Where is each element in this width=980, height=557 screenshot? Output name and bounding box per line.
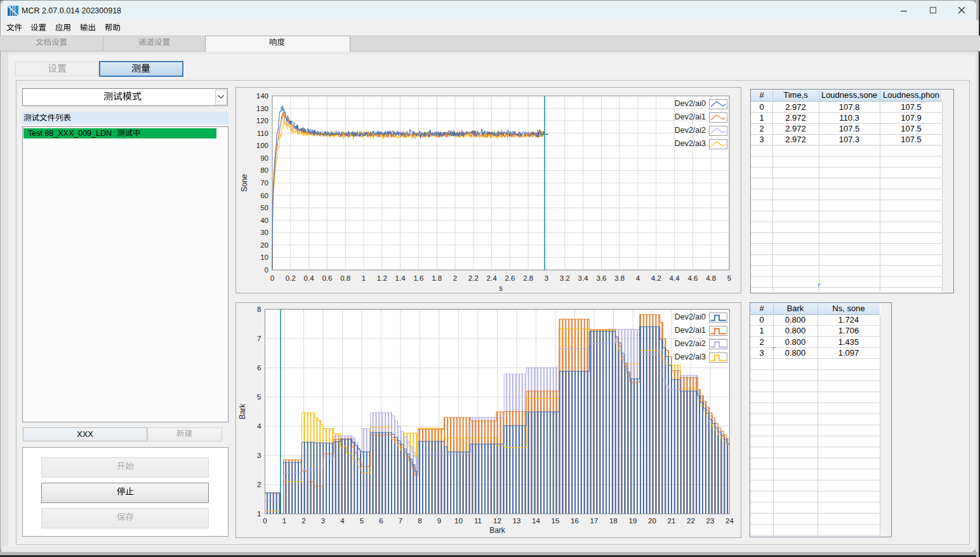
svg-text:4.2: 4.2 [651,274,661,282]
svg-text:107.3: 107.3 [839,135,860,144]
svg-text:120: 120 [256,117,268,124]
svg-text:60: 60 [260,192,268,199]
svg-text:107.5: 107.5 [839,124,860,133]
svg-text:22: 22 [687,517,695,525]
svg-text:3: 3 [759,135,764,144]
svg-text:20: 20 [260,241,268,249]
svg-text:2: 2 [453,274,457,282]
svg-text:4.4: 4.4 [670,274,680,282]
svg-text:4.6: 4.6 [687,274,698,282]
svg-text:1: 1 [282,517,286,525]
svg-text:0: 0 [265,266,268,274]
svg-text:3.8: 3.8 [614,274,625,282]
svg-text:Bark: Bark [238,403,247,420]
svg-text:Dev2/ai2: Dev2/ai2 [675,339,706,348]
svg-text:0.800: 0.800 [785,326,806,335]
svg-text:70: 70 [260,179,268,187]
svg-text:130: 130 [256,105,268,112]
svg-text:20: 20 [648,517,656,525]
svg-text:Bark: Bark [787,304,804,313]
svg-text:110.3: 110.3 [839,113,859,123]
svg-text:10: 10 [260,253,268,261]
svg-text:50: 50 [260,204,268,211]
svg-text:107.8: 107.8 [839,102,860,112]
svg-text:4: 4 [636,274,640,282]
svg-text:0.2: 0.2 [286,274,296,282]
svg-text:2.972: 2.972 [785,113,806,123]
svg-text:2.8: 2.8 [523,274,533,282]
svg-text:6: 6 [257,364,261,372]
svg-text:10: 10 [454,517,463,525]
svg-text:1: 1 [257,510,261,518]
svg-text:1.4: 1.4 [395,274,406,282]
svg-text:Dev2/ai2: Dev2/ai2 [675,126,706,135]
svg-text:Dev2/ai0: Dev2/ai0 [675,99,706,108]
svg-text:1.8: 1.8 [432,274,442,282]
svg-text:5: 5 [257,393,261,401]
svg-text:2.972: 2.972 [785,102,806,112]
svg-text:7: 7 [399,517,402,525]
svg-text:2: 2 [301,517,305,525]
svg-text:1.435: 1.435 [838,337,859,347]
svg-text:18: 18 [609,517,618,525]
svg-text:4: 4 [257,422,262,430]
svg-text:Dev2/ai1: Dev2/ai1 [675,326,706,335]
svg-text:Dev2/ai3: Dev2/ai3 [675,352,706,361]
svg-text:1.097: 1.097 [838,348,859,358]
svg-text:6: 6 [379,517,383,525]
svg-text:2.4: 2.4 [487,274,498,282]
svg-text:0: 0 [759,315,764,325]
svg-text:4.8: 4.8 [706,274,716,282]
svg-text:19: 19 [629,517,637,525]
svg-text:8: 8 [418,517,421,525]
svg-text:107.9: 107.9 [901,113,922,123]
svg-text:2.972: 2.972 [785,135,806,144]
svg-text:7: 7 [257,335,261,342]
svg-text:1.6: 1.6 [413,274,423,282]
svg-text:11: 11 [474,517,482,525]
svg-text:4: 4 [340,517,345,525]
svg-text:9: 9 [437,517,441,525]
svg-text:5: 5 [360,517,364,525]
svg-text:3: 3 [759,348,764,358]
svg-text:0.4: 0.4 [304,274,315,282]
svg-text:80: 80 [260,166,268,174]
svg-text:16: 16 [571,517,579,525]
svg-text:3.2: 3.2 [560,274,570,282]
svg-text:14: 14 [532,517,540,525]
svg-text:1.2: 1.2 [377,274,387,282]
svg-text:107.5: 107.5 [901,102,922,112]
svg-text:21: 21 [668,517,676,525]
svg-text:3: 3 [545,274,548,282]
svg-text:2.2: 2.2 [468,274,479,282]
svg-text:1.706: 1.706 [838,326,859,335]
svg-text:23: 23 [706,517,715,525]
svg-text:17: 17 [590,517,599,525]
svg-text:Sone: Sone [240,174,249,192]
svg-text:0.8: 0.8 [340,274,350,282]
svg-text:0: 0 [270,274,274,282]
svg-text:90: 90 [260,154,268,162]
svg-text:5: 5 [727,274,731,282]
svg-text:30: 30 [260,229,268,236]
svg-text:2: 2 [257,481,261,488]
svg-text:s: s [499,284,503,293]
svg-text:Time,s: Time,s [783,90,808,100]
svg-text:0: 0 [263,517,267,525]
svg-text:0: 0 [759,102,764,112]
svg-text:Loudness,sone: Loudness,sone [821,90,877,100]
svg-text:13: 13 [513,517,521,525]
svg-text:1: 1 [759,113,764,123]
svg-text:40: 40 [260,217,268,224]
svg-text:#: # [759,90,764,100]
svg-text:Ns, sone: Ns, sone [832,304,864,313]
svg-text:8: 8 [257,305,261,313]
svg-text:Dev2/ai1: Dev2/ai1 [675,112,706,121]
svg-text:3.6: 3.6 [596,274,606,282]
svg-text:1: 1 [362,274,366,282]
svg-text:3: 3 [257,452,261,459]
svg-text:2: 2 [759,337,764,347]
svg-text:107.5: 107.5 [901,135,922,144]
svg-text:2: 2 [759,124,764,133]
svg-text:Dev2/ai0: Dev2/ai0 [675,312,706,321]
